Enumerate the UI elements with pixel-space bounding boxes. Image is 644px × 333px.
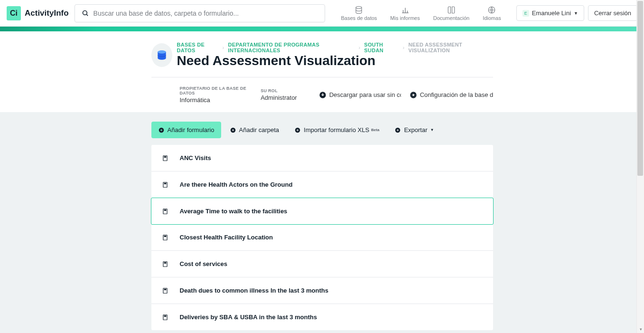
title-row: BASES DE DATOS › DEPARTAMENTO DE PROGRAM… bbox=[151, 42, 493, 68]
svg-rect-18 bbox=[164, 156, 166, 157]
chevron-down-icon: ▼ bbox=[574, 11, 578, 16]
list-item[interactable]: Deliveries by SBA & USBA in the last 3 m… bbox=[151, 304, 493, 330]
list-item[interactable]: Death dues to common illness In the last… bbox=[151, 277, 493, 304]
form-icon bbox=[162, 261, 168, 267]
export-button[interactable]: Exportar ▼ bbox=[388, 122, 440, 138]
svg-rect-20 bbox=[164, 183, 166, 184]
meta-owner-label: PROPIETARIO DE LA BASE DE DATOS bbox=[180, 86, 248, 95]
add-folder-button[interactable]: Añadir carpeta bbox=[223, 122, 286, 138]
nav-reports[interactable]: Mis informes bbox=[390, 6, 420, 21]
import-xls-button[interactable]: Importar formulario XLS Beta bbox=[288, 122, 386, 138]
header-card: BASES DE DATOS › DEPARTAMENTO DE PROGRAM… bbox=[0, 31, 644, 112]
list-item[interactable]: Are there Health Actors on the Ground bbox=[151, 171, 493, 198]
search-input[interactable] bbox=[93, 10, 318, 17]
plus-circle-icon bbox=[158, 127, 165, 133]
globe-icon bbox=[487, 6, 496, 14]
crumb-2[interactable]: SOUTH SUDAN bbox=[364, 42, 399, 53]
logo-text: ActivityInfo bbox=[25, 9, 69, 18]
list-item[interactable]: Closest Health Facility Location bbox=[151, 224, 493, 251]
user-name: Emanuele Lini bbox=[532, 10, 571, 17]
svg-point-0 bbox=[83, 11, 87, 15]
download-icon bbox=[319, 91, 327, 99]
scrollbar[interactable]: ▾ bbox=[636, 0, 644, 333]
header-buttons: E Emanuele Lini ▼ Cerrar sesión bbox=[513, 5, 637, 21]
nav-reports-label: Mis informes bbox=[390, 15, 420, 21]
svg-line-1 bbox=[86, 14, 88, 16]
meta-owner-value: Informática bbox=[180, 96, 248, 104]
chevron-right-icon: › bbox=[358, 45, 360, 50]
meta-role-label: SU ROL bbox=[261, 88, 297, 93]
form-name: Death dues to common illness In the last… bbox=[180, 287, 329, 294]
nav-right: Bases de datos Mis informes Documentació… bbox=[335, 6, 508, 21]
database-icon bbox=[355, 6, 363, 14]
breadcrumb: BASES DE DATOS › DEPARTAMENTO DE PROGRAM… bbox=[177, 42, 493, 53]
meta-owner: PROPIETARIO DE LA BASE DE DATOS Informát… bbox=[180, 86, 248, 104]
logo[interactable]: Ci ActivityInfo bbox=[7, 6, 69, 20]
add-folder-label: Añadir carpeta bbox=[239, 126, 280, 133]
db-icon-wrap bbox=[151, 43, 172, 67]
svg-rect-22 bbox=[164, 209, 166, 210]
page-body: BASES DE DATOS › DEPARTAMENTO DE PROGRAM… bbox=[0, 31, 644, 333]
book-icon bbox=[447, 6, 456, 14]
reports-icon bbox=[401, 6, 410, 14]
form-icon bbox=[162, 287, 168, 294]
logout-button[interactable]: Cerrar sesión bbox=[588, 5, 637, 21]
form-name: Cost of services bbox=[180, 260, 227, 267]
scrollbar-thumb[interactable] bbox=[637, 1, 643, 176]
nav-documentation-label: Documentación bbox=[433, 15, 469, 21]
form-icon bbox=[162, 208, 168, 215]
import-xls-label: Importar formulario XLS bbox=[304, 126, 369, 133]
svg-rect-26 bbox=[164, 262, 166, 263]
plus-circle-icon bbox=[394, 127, 401, 133]
db-config-label: Configuración de la base de dat... bbox=[420, 91, 493, 98]
crumb-0[interactable]: BASES DE DATOS bbox=[177, 42, 219, 53]
actions-row: Añadir formulario Añadir carpeta Importa… bbox=[151, 122, 493, 138]
list-item[interactable]: Cost of services bbox=[151, 251, 493, 277]
form-name: ANC Visits bbox=[180, 154, 211, 162]
user-menu-button[interactable]: E Emanuele Lini ▼ bbox=[516, 5, 584, 21]
list-item[interactable]: ANC Visits bbox=[151, 145, 493, 171]
form-name: Average Time to walk to the facilities bbox=[180, 208, 288, 215]
top-bar: Ci ActivityInfo Bases de datos Mis infor… bbox=[0, 0, 644, 27]
search-box[interactable] bbox=[75, 4, 325, 22]
svg-rect-24 bbox=[164, 236, 166, 237]
db-config-button[interactable]: Configuración de la base de dat... bbox=[410, 91, 493, 99]
svg-rect-28 bbox=[164, 289, 166, 290]
plus-circle-icon bbox=[294, 127, 301, 133]
download-offline-label: Descargar para usar sin conexi... bbox=[329, 91, 401, 98]
svg-point-12 bbox=[412, 94, 414, 96]
nav-languages[interactable]: Idiomas bbox=[483, 6, 501, 21]
list-item[interactable]: Average Time to walk to the facilities bbox=[151, 198, 494, 225]
gear-icon bbox=[410, 91, 417, 99]
database-large-icon bbox=[156, 49, 168, 61]
page-title: Need Assessment Visualization bbox=[177, 53, 493, 68]
form-name: Are there Health Actors on the Ground bbox=[180, 181, 293, 188]
download-offline-button[interactable]: Descargar para usar sin conexi... bbox=[319, 91, 401, 99]
form-icon bbox=[162, 155, 168, 162]
meta-role: SU ROL Administrator bbox=[261, 88, 297, 101]
plus-circle-icon bbox=[230, 127, 236, 133]
chevron-down-icon: ▼ bbox=[430, 128, 434, 132]
nav-databases[interactable]: Bases de datos bbox=[341, 6, 377, 21]
scrollbar-down-arrow[interactable]: ▾ bbox=[637, 325, 644, 333]
form-icon bbox=[162, 314, 168, 321]
form-icon bbox=[162, 234, 168, 241]
avatar: E bbox=[523, 10, 529, 17]
add-form-button[interactable]: Añadir formulario bbox=[151, 122, 221, 138]
form-name: Closest Health Facility Location bbox=[180, 234, 273, 241]
nav-databases-label: Bases de datos bbox=[341, 15, 377, 21]
svg-rect-30 bbox=[164, 315, 166, 316]
crumb-1[interactable]: DEPARTAMENTO DE PROGRAMAS INTERNACIONALE… bbox=[228, 42, 355, 53]
nav-documentation[interactable]: Documentación bbox=[433, 6, 469, 21]
add-form-label: Añadir formulario bbox=[168, 126, 215, 133]
chevron-right-icon: › bbox=[403, 45, 405, 50]
form-icon bbox=[162, 181, 168, 188]
forms-list: ANC Visits Are there Health Actors on th… bbox=[151, 145, 493, 330]
export-label: Exportar bbox=[404, 126, 427, 133]
form-name: Deliveries by SBA & USBA in the last 3 m… bbox=[180, 314, 317, 321]
gradient-bar bbox=[0, 27, 644, 31]
svg-point-2 bbox=[356, 6, 362, 9]
crumb-current: NEED ASSESSMENT VISUALIZATION bbox=[409, 42, 493, 53]
logo-icon: Ci bbox=[7, 6, 21, 20]
search-icon bbox=[82, 10, 89, 17]
